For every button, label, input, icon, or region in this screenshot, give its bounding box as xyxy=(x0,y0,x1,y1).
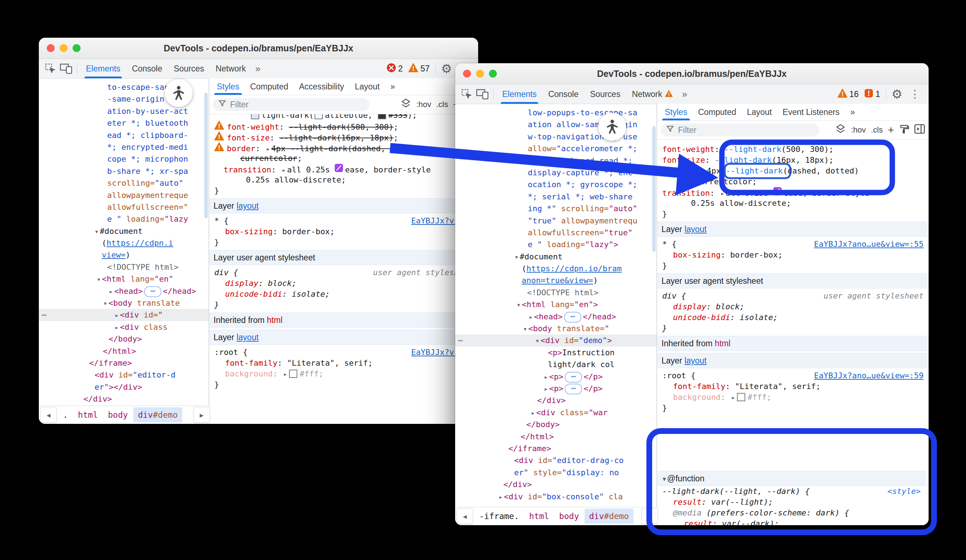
inspect-icon[interactable] xyxy=(43,61,58,77)
cls-toggle[interactable]: .cls xyxy=(871,125,882,135)
ellipsis-expander[interactable]: ⋯ xyxy=(564,312,582,323)
dom-tree-line[interactable]: ▸<p>⋯</p> xyxy=(455,383,657,395)
dom-tree-line[interactable]: ▸<p>⋯</p> xyxy=(455,371,657,383)
expander-arrow-icon[interactable]: ▾ xyxy=(513,251,519,263)
tab-accessibility[interactable]: Accessibility xyxy=(294,78,350,95)
style-rule-line[interactable]: font-family: "Literata", serif; xyxy=(657,381,928,392)
more-tabs-chevron[interactable]: » xyxy=(251,63,264,74)
style-rule-line[interactable]: } xyxy=(209,300,478,310)
breadcrumb-item[interactable]: . xyxy=(58,407,72,422)
breadcrumb-item[interactable]: body xyxy=(103,407,132,422)
dom-tree-line[interactable]: ⋯▸<div id=" xyxy=(39,309,209,321)
dom-tree-line[interactable]: *; encrypted-medi xyxy=(39,141,209,153)
gear-icon[interactable]: ⚙ xyxy=(439,61,454,77)
dom-tree-line[interactable]: <div id="editor-drag-co xyxy=(455,454,657,466)
dom-tree-line[interactable]: </iframe> xyxy=(39,357,209,369)
more-tabs-chevron[interactable]: » xyxy=(678,89,691,100)
dom-tree-line[interactable]: er" style="display: no xyxy=(455,467,657,478)
dom-tree-line[interactable]: view=) xyxy=(39,249,209,261)
bezier-easing-icon[interactable] xyxy=(773,187,782,198)
tab-elements[interactable]: Elements xyxy=(496,84,542,104)
issues-badge[interactable]: 1 xyxy=(864,89,880,100)
error-badge[interactable]: 2 xyxy=(386,63,403,75)
style-rule-line[interactable]: background: ▸#fff; xyxy=(209,368,478,379)
dom-tree-line[interactable]: (https://cdpn.i xyxy=(39,237,209,249)
dom-tree-line[interactable]: e " loading="lazy"> xyxy=(455,239,657,251)
color-swatch[interactable] xyxy=(378,114,386,119)
inspect-icon[interactable] xyxy=(459,86,475,102)
ellipsis-expander[interactable]: ⋯ xyxy=(144,286,161,297)
color-swatch[interactable] xyxy=(737,393,745,401)
dom-tree-line[interactable]: light/dark col xyxy=(455,359,657,370)
expander-arrow-icon[interactable]: ▾ xyxy=(102,297,108,309)
tab-layout[interactable]: Layout xyxy=(742,104,777,120)
tab-event-listeners[interactable]: Event Listeners xyxy=(777,104,845,120)
dom-tree-line[interactable]: ocation *; gyroscope *; xyxy=(455,178,657,190)
dom-tree-line[interactable]: ing *" scrolling="auto" xyxy=(455,203,657,215)
expander-arrow-icon[interactable]: ▾ xyxy=(534,335,540,347)
color-swatch[interactable] xyxy=(289,370,297,378)
dom-tree-line[interactable]: ▸<div id="box-console" cla xyxy=(455,491,657,503)
style-rule-line[interactable]: box-sizing: border-box; xyxy=(657,250,928,260)
style-rule-line[interactable]: :root {EaYBJJx?view= xyxy=(209,347,478,358)
style-rule-line[interactable]: font-weight: --light-dark(500, 300); xyxy=(209,121,478,131)
dom-tree-line[interactable]: </html> xyxy=(455,431,657,442)
tab-sources[interactable]: Sources xyxy=(168,59,210,78)
close-button[interactable] xyxy=(47,44,55,52)
expander-arrow-icon[interactable]: ▸ xyxy=(730,392,736,403)
minimize-button[interactable] xyxy=(476,70,484,78)
dom-tree-line[interactable]: ▸<head>⋯</head> xyxy=(39,285,209,297)
dom-tree-line[interactable]: b-share *; xr-spa xyxy=(39,165,209,177)
tab-network[interactable]: Network xyxy=(626,84,678,104)
breadcrumb-left-button[interactable]: ◀ xyxy=(457,508,473,524)
scrollbar-thumb[interactable] xyxy=(652,126,656,252)
style-rule-line[interactable]: div {user agent stylesheet xyxy=(657,291,928,301)
dom-tree-line[interactable]: ▸<div class xyxy=(39,321,209,333)
breadcrumb-left-button[interactable]: ◀ xyxy=(40,407,57,423)
color-swatch[interactable] xyxy=(251,114,259,119)
style-rule-line[interactable]: } xyxy=(209,379,478,390)
dom-tree-line[interactable]: allowpaymentreque xyxy=(39,189,209,201)
tab-computed[interactable]: Computed xyxy=(245,78,294,95)
dom-tree-line[interactable]: a *; clipboard-read *; xyxy=(455,155,657,167)
style-rule-line[interactable]: unicode-bidi: isolate; xyxy=(209,289,478,300)
warning-badge[interactable]: 57 xyxy=(408,63,430,74)
stylesheet-source-link[interactable]: EaYBJJx?ano…ue&view=:59 xyxy=(814,370,923,381)
dom-tree-line[interactable]: </div> xyxy=(455,395,657,406)
expander-arrow-icon[interactable]: ▾ xyxy=(516,299,522,311)
scrollbar-thumb[interactable] xyxy=(204,93,208,218)
dom-tree-line[interactable]: </body> xyxy=(455,419,657,430)
style-rule-line[interactable]: * {EaYBJJx?view= xyxy=(209,216,478,226)
breadcrumb-item[interactable]: body xyxy=(554,509,583,524)
color-swatch[interactable] xyxy=(685,177,693,186)
color-swatch[interactable] xyxy=(315,114,323,119)
style-rule-line[interactable]: div {user agent stylesheet xyxy=(209,267,478,278)
minimize-button[interactable] xyxy=(60,44,67,52)
expander-arrow-icon[interactable]: ▸ xyxy=(498,491,504,503)
hov-toggle[interactable]: :hov xyxy=(851,125,866,135)
dom-tree-line[interactable]: e " loading="lazy xyxy=(39,213,209,225)
expander-arrow-icon[interactable]: ▸ xyxy=(108,286,114,297)
style-rule-line[interactable]: font-family: "Literata", serif; xyxy=(209,358,478,368)
dom-tree-line[interactable]: anon=true&view=) xyxy=(455,274,657,286)
dom-tree-line[interactable]: ation-by-user-act xyxy=(39,105,209,117)
breadcrumb-right-button[interactable]: ▶ xyxy=(194,407,210,423)
style-rule-line[interactable]: :root {EaYBJJx?ano…ue&view=:59 xyxy=(657,370,928,381)
style-rule-line[interactable]: } xyxy=(657,323,928,334)
expander-arrow-icon[interactable]: ▸ xyxy=(528,311,534,323)
tab-console[interactable]: Console xyxy=(542,84,584,104)
dom-tree-line[interactable]: ⋯▾<div id="demo"> xyxy=(455,334,657,346)
paint-roller-icon[interactable] xyxy=(899,124,909,136)
tab-console[interactable]: Console xyxy=(126,59,168,78)
dom-tree-line[interactable]: </iframe> xyxy=(455,442,657,454)
expander-arrow-icon[interactable]: ▸ xyxy=(265,143,271,154)
filter-input[interactable]: Filter xyxy=(661,124,819,136)
style-rule-line[interactable]: transition: ▸all 0.25s ease, border-styl… xyxy=(209,164,478,175)
expander-arrow-icon[interactable]: ▾ xyxy=(94,226,100,237)
style-rule-line[interactable]: } xyxy=(657,260,928,271)
device-toolbar-icon[interactable] xyxy=(475,86,490,102)
dom-tree-line[interactable]: </div> xyxy=(455,478,657,490)
expander-arrow-icon[interactable]: ▸ xyxy=(113,321,120,333)
dom-tree-line[interactable]: <p>Instruction xyxy=(455,347,657,359)
titlebar[interactable]: DevTools - codepen.io/bramus/pen/EaYBJJx xyxy=(39,38,478,59)
